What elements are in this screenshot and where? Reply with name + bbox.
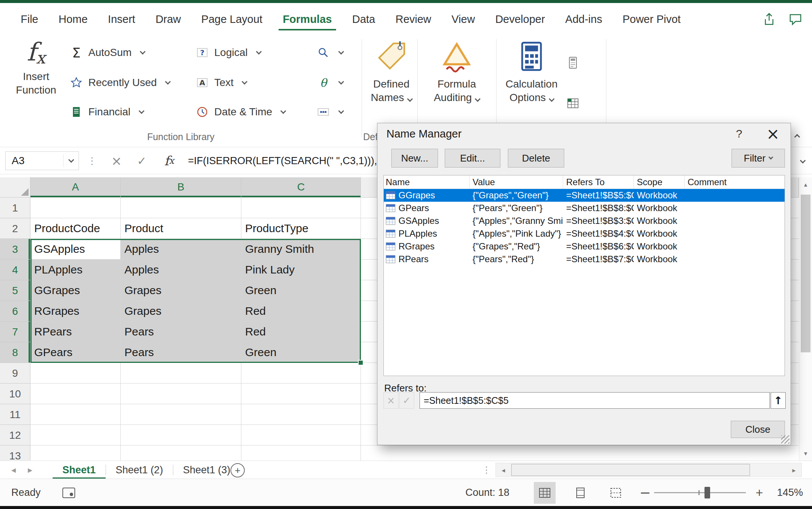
zoom-slider-track[interactable] (654, 492, 746, 493)
cell-C1[interactable] (241, 198, 361, 218)
row-header-2[interactable]: 2 (0, 218, 30, 239)
expand-formula-bar-button[interactable] (795, 153, 810, 170)
column-header-scope[interactable]: Scope (634, 175, 685, 189)
cell-A4[interactable]: PLApples (30, 260, 121, 280)
scroll-up-arrow[interactable]: ▴ (799, 177, 812, 192)
cell-A1[interactable] (30, 198, 121, 218)
ribbon-tab-data[interactable]: Data (342, 3, 385, 35)
row-header-4[interactable]: 4 (0, 260, 30, 280)
cell-A8[interactable]: GPears (30, 342, 121, 363)
financial-button[interactable]: Financial (70, 101, 144, 123)
cell-B11[interactable] (121, 404, 241, 425)
scroll-right-arrow[interactable]: ▸ (786, 463, 802, 477)
name-manager-row-rpears[interactable]: RPears{"Pears","Red"}=Sheet1!$B$7:$C$7Wo… (384, 253, 785, 266)
zoom-level[interactable]: 145% (768, 479, 803, 506)
cell-C12[interactable] (241, 425, 361, 446)
cell-A12[interactable] (30, 425, 121, 446)
cell-C10[interactable] (241, 384, 361, 404)
cancel-entry-button[interactable]: × (107, 151, 126, 170)
sheet-tab-sheet1-2[interactable]: Sheet1 (2) (106, 461, 173, 479)
cell-B12[interactable] (121, 425, 241, 446)
row-header-12[interactable]: 12 (0, 425, 30, 446)
cell-A3[interactable]: GSApples (30, 239, 121, 260)
cell-D13[interactable] (361, 446, 799, 461)
vertical-scrollbar[interactable]: ▴ ▾ (799, 177, 812, 461)
row-header-5[interactable]: 5 (0, 280, 30, 301)
macro-record-button[interactable] (60, 484, 77, 501)
row-header-11[interactable]: 11 (0, 404, 30, 425)
cell-C7[interactable]: Red (241, 322, 361, 342)
refers-to-input[interactable]: =Sheet1!$B$5:$C$5 (420, 392, 770, 409)
name-manager-row-gsapples[interactable]: GSApples{"Apples","Granny Smith"}=Sheet1… (384, 214, 785, 227)
row-header-6[interactable]: 6 (0, 301, 30, 322)
edit-button[interactable]: Edit... (445, 149, 500, 168)
cell-B4[interactable]: Apples (121, 260, 241, 280)
calculation-options-button[interactable]: Calculation Options (498, 39, 565, 104)
help-button[interactable]: ? (730, 125, 748, 143)
cell-A5[interactable]: GGrapes (30, 280, 121, 301)
zoom-slider-thumb[interactable] (704, 487, 710, 498)
cell-B10[interactable] (121, 384, 241, 404)
collapse-dialog-button[interactable]: ↑ (771, 392, 786, 409)
fill-handle[interactable] (358, 360, 364, 366)
row-header-7[interactable]: 7 (0, 322, 30, 342)
formula-bar-handle[interactable]: ⋮ (86, 151, 98, 170)
filter-button[interactable]: Filter (732, 149, 785, 168)
page-layout-view-button[interactable] (570, 482, 591, 504)
cell-B13[interactable] (121, 446, 241, 461)
delete-button[interactable]: Delete (508, 149, 564, 168)
column-header-B[interactable]: B (121, 177, 241, 198)
cell-A2[interactable]: ProductCode (30, 218, 121, 239)
cell-B1[interactable] (121, 198, 241, 218)
column-header-C[interactable]: C (241, 177, 361, 198)
cell-A7[interactable]: RPears (30, 322, 121, 342)
zoom-in-button[interactable]: + (752, 479, 767, 506)
sheet-tab-sheet1[interactable]: Sheet1 (53, 461, 106, 479)
cell-C4[interactable]: Pink Lady (241, 260, 361, 280)
ribbon-tab-page-layout[interactable]: Page Layout (191, 3, 273, 35)
close-icon[interactable]: × (764, 125, 782, 143)
accept-refers-button[interactable]: ✓ (399, 392, 414, 409)
cell-C2[interactable]: ProductType (241, 218, 361, 239)
cell-C9[interactable] (241, 363, 361, 384)
insert-function-button[interactable]: fx Insert Function (7, 40, 65, 97)
select-all-corner[interactable] (0, 177, 30, 198)
previous-sheet-arrow[interactable]: ◂ (5, 461, 22, 479)
date-time-button[interactable]: Date & Time (195, 101, 285, 123)
ribbon-tab-developer[interactable]: Developer (485, 3, 555, 35)
horizontal-scroll-thumb[interactable] (511, 464, 750, 476)
ribbon-tab-file[interactable]: File (11, 3, 48, 35)
cell-C11[interactable] (241, 404, 361, 425)
name-manager-row-gpears[interactable]: GPears{"Pears","Green"}=Sheet1!$B$8:$C$8… (384, 202, 785, 214)
new-sheet-button[interactable]: + (230, 463, 245, 477)
name-box[interactable]: A3 (5, 151, 79, 170)
close-button[interactable]: Close (731, 421, 785, 438)
row-header-8[interactable]: 8 (0, 342, 30, 363)
cell-C6[interactable]: Red (241, 301, 361, 322)
cell-A11[interactable] (30, 404, 121, 425)
autosum-button[interactable]: Σ AutoSum (70, 42, 145, 63)
resize-grip[interactable] (781, 435, 789, 444)
cell-C13[interactable] (241, 446, 361, 461)
ribbon-tab-view[interactable]: View (441, 3, 485, 35)
ribbon-tab-formulas[interactable]: Formulas (273, 3, 342, 35)
ribbon-tab-draw[interactable]: Draw (145, 3, 191, 35)
formula-auditing-button[interactable]: Formula Auditing (423, 39, 490, 104)
defined-names-button[interactable]: Defined Names (363, 39, 420, 104)
lookup-reference-button[interactable] (317, 42, 343, 63)
scroll-left-arrow[interactable]: ◂ (495, 463, 511, 477)
cell-C8[interactable]: Green (241, 342, 361, 363)
more-functions-button[interactable] (317, 101, 343, 123)
cell-B9[interactable] (121, 363, 241, 384)
cell-A9[interactable] (30, 363, 121, 384)
name-box-dropdown[interactable] (64, 160, 79, 162)
scroll-down-arrow[interactable]: ▾ (799, 446, 812, 461)
row-header-1[interactable]: 1 (0, 198, 30, 218)
cell-A10[interactable] (30, 384, 121, 404)
insert-function-fx-button[interactable]: fx (158, 151, 180, 170)
sheet-tab-sheet1-3[interactable]: Sheet1 (3) (173, 461, 240, 479)
ribbon-tab-home[interactable]: Home (48, 3, 98, 35)
logical-button[interactable]: ? Logical (195, 42, 261, 63)
ribbon-tab-insert[interactable]: Insert (98, 3, 145, 35)
cell-B3[interactable]: Apples (121, 239, 241, 260)
